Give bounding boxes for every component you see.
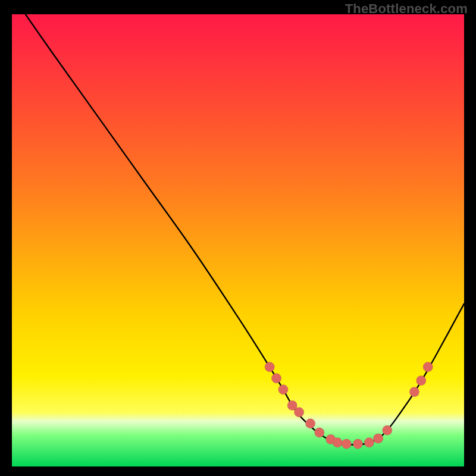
marker-dot: [294, 408, 303, 417]
marker-dot: [271, 374, 281, 383]
highlight-dots: [265, 362, 433, 449]
bottleneck-curve: [26, 14, 464, 445]
marker-dot: [409, 387, 419, 396]
marker-dot: [265, 362, 274, 372]
marker-dot: [423, 362, 433, 372]
chart-frame: TheBottleneck.com: [0, 0, 476, 476]
watermark-text: TheBottleneck.com: [345, 1, 468, 17]
plot-inner: [12, 14, 464, 466]
marker-dot: [416, 375, 426, 385]
marker-dot: [315, 428, 324, 437]
marker-dot: [342, 439, 351, 449]
curve-layer: [12, 14, 464, 466]
marker-dot: [353, 439, 362, 449]
marker-dot: [373, 434, 383, 443]
marker-dot: [333, 438, 342, 447]
marker-dot: [305, 419, 315, 428]
marker-dot: [364, 438, 374, 447]
plot-area: [12, 14, 464, 466]
marker-dot: [383, 425, 392, 435]
marker-dot: [278, 385, 288, 394]
